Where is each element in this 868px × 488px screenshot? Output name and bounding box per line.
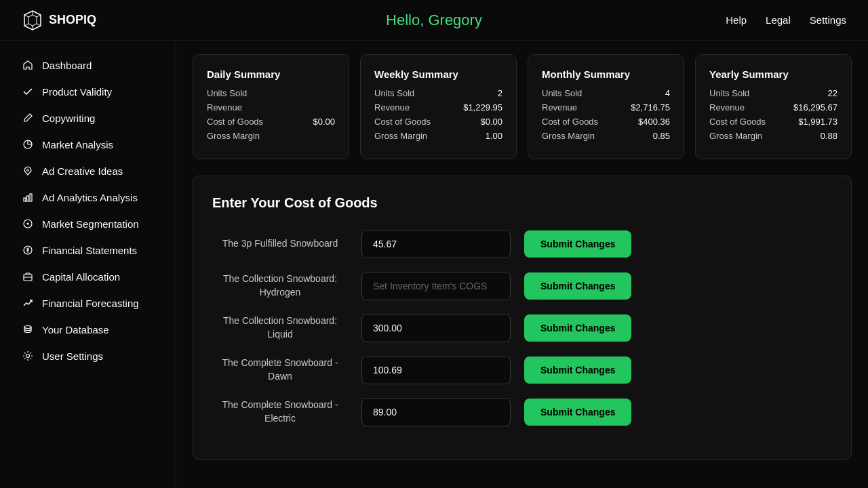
summary-row-label: Gross Margin [374,131,427,141]
sidebar-label-copywriting: Copywriting [42,113,95,124]
summary-card-title-1: Weekly Summary [374,68,502,80]
summary-row-value: $16,295.67 [793,102,837,113]
svg-line-6 [24,24,28,26]
summary-row-0-2: Cost of Goods$0.00 [207,117,335,127]
summary-card-0: Daily SummaryUnits SoldRevenueCost of Go… [193,54,349,159]
legal-link[interactable]: Legal [766,14,791,26]
chart-pie-icon [22,138,34,150]
summary-row-1-0: Units Sold2 [374,88,502,98]
summary-card-title-2: Monthly Summary [542,68,670,80]
summary-row-value: $1,229.95 [463,102,502,113]
summary-row-label: Units Sold [542,88,582,98]
sidebar-item-capital-allocation[interactable]: Capital Allocation [5,264,170,289]
submit-btn-3p-fulfilled[interactable]: Submit Changes [524,230,631,258]
summary-card-3: Yearly SummaryUnits Sold22Revenue$16,295… [695,54,852,159]
summary-card-title-0: Daily Summary [207,68,335,80]
cogs-input-complete-electric[interactable] [361,398,511,426]
bar-chart-icon [22,191,34,203]
main-content: Daily SummaryUnits SoldRevenueCost of Go… [176,41,868,488]
svg-line-4 [37,24,41,26]
summary-row-value: $0.00 [480,117,502,127]
sidebar-item-copywriting[interactable]: Copywriting [5,105,170,131]
svg-point-19 [26,354,30,358]
dollar-icon [22,244,34,256]
svg-rect-10 [24,198,26,201]
svg-point-9 [27,169,29,171]
sidebar-item-user-settings[interactable]: User Settings [5,343,170,369]
cogs-input-collection-liquid[interactable] [361,314,511,342]
submit-btn-complete-dawn[interactable]: Submit Changes [524,357,631,384]
svg-line-3 [37,15,41,17]
cogs-input-collection-hydrogen[interactable] [361,272,511,300]
cogs-row-complete-electric: The Complete Snowboard - ElectricSubmit … [212,398,832,426]
submit-btn-complete-electric[interactable]: Submit Changes [524,399,631,426]
cogs-product-name-collection-liquid: The Collection Snowboard: Liquid [212,314,348,341]
sidebar-label-market-segmentation: Market Segmentation [42,218,139,230]
summary-row-label: Revenue [207,102,242,113]
sidebar-item-product-validity[interactable]: Product Validity [5,79,170,104]
svg-rect-12 [30,194,32,201]
sidebar-item-financial-forecasting[interactable]: Financial Forecasting [5,290,170,316]
summary-row-label: Units Sold [709,88,749,98]
summary-row-label: Units Sold [374,88,414,98]
header-nav: Help Legal Settings [726,14,846,26]
help-link[interactable]: Help [726,14,747,26]
summary-row-2-2: Cost of Goods$400.36 [542,117,670,127]
svg-point-18 [24,326,31,329]
svg-rect-11 [27,196,29,201]
sidebar-label-market-analysis: Market Analysis [42,139,113,150]
sidebar-label-financial-statements: Financial Statements [42,245,137,256]
summary-row-2-1: Revenue$2,716.75 [542,102,670,113]
sidebar-item-dashboard[interactable]: Dashboard [5,52,170,78]
logo-icon [22,9,43,31]
sidebar-item-ad-analytics[interactable]: Ad Analytics Analysis [5,184,170,210]
submit-btn-collection-liquid[interactable]: Submit Changes [524,314,631,342]
settings-link[interactable]: Settings [810,14,846,26]
pencil-icon [22,112,34,124]
check-icon [22,85,34,98]
sidebar-label-user-settings: User Settings [42,350,103,362]
summary-row-value: $1,991.73 [798,117,837,127]
sidebar-item-your-database[interactable]: Your Database [5,317,170,342]
circle-dots-icon [22,218,34,230]
cogs-product-name-complete-dawn: The Complete Snowboard - Dawn [212,357,348,383]
summary-row-value: 2 [498,88,502,98]
sidebar-item-ad-creative-ideas[interactable]: Ad Creative Ideas [5,158,170,184]
summary-row-2-3: Gross Margin0.85 [542,131,670,141]
summary-row-0-0: Units Sold [207,88,335,98]
summary-row-value: 1.00 [486,131,502,141]
cogs-input-3p-fulfilled[interactable] [361,230,511,258]
logo-text: SHOPIQ [49,13,96,27]
sidebar-label-ad-analytics: Ad Analytics Analysis [42,192,138,203]
sidebar-label-ad-creative-ideas: Ad Creative Ideas [42,165,123,177]
sidebar-item-financial-statements[interactable]: Financial Statements [5,237,170,263]
summary-card-title-3: Yearly Summary [709,68,837,80]
database-icon [22,323,34,336]
summary-row-3-3: Gross Margin0.88 [709,131,837,141]
rocket-icon [22,165,34,177]
summary-card-1: Weekly SummaryUnits Sold2Revenue$1,229.9… [360,54,517,159]
sidebar-item-market-analysis[interactable]: Market Analysis [5,131,170,157]
summary-row-label: Cost of Goods [709,117,766,127]
sidebar-label-capital-allocation: Capital Allocation [42,271,120,283]
briefcase-icon [22,270,34,283]
cogs-row-collection-hydrogen: The Collection Snowboard: HydrogenSubmit… [212,272,832,300]
sidebar-item-market-segmentation[interactable]: Market Segmentation [5,211,170,237]
summary-row-2-0: Units Sold4 [542,88,670,98]
cogs-product-name-collection-hydrogen: The Collection Snowboard: Hydrogen [212,272,348,299]
cogs-input-complete-dawn[interactable] [361,356,511,384]
submit-btn-collection-hydrogen[interactable]: Submit Changes [524,272,631,300]
summary-row-1-3: Gross Margin1.00 [374,131,502,141]
summary-row-label: Gross Margin [709,131,762,141]
cogs-rows: The 3p Fulfilled SnowboardSubmit Changes… [212,230,832,426]
sidebar-label-dashboard: Dashboard [42,60,92,71]
sidebar-label-product-validity: Product Validity [42,86,112,98]
summary-row-3-2: Cost of Goods$1,991.73 [709,117,837,127]
summary-row-label: Cost of Goods [374,117,431,127]
summary-row-label: Cost of Goods [542,117,598,127]
trend-up-icon [22,297,34,309]
summary-row-value: 0.85 [653,131,670,141]
cogs-row-3p-fulfilled: The 3p Fulfilled SnowboardSubmit Changes [212,230,832,258]
svg-line-7 [24,15,28,17]
summary-row-1-1: Revenue$1,229.95 [374,102,502,113]
